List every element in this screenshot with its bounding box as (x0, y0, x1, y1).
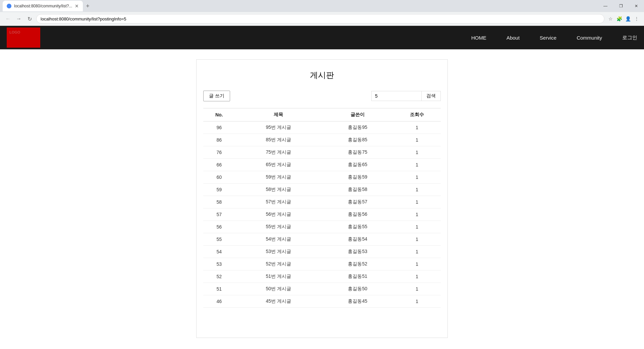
cell-title[interactable]: 56번 게시글 (235, 208, 322, 221)
nav-login[interactable]: 로그인 (622, 35, 637, 41)
nav-service[interactable]: Service (540, 35, 556, 41)
cell-views: 1 (393, 146, 441, 159)
active-tab[interactable]: localhost:8080/community/list?... ✕ (3, 1, 83, 11)
cell-views: 1 (393, 295, 441, 308)
table-row: 5352번 게시글홍길동521 (203, 258, 441, 270)
board-table: No. 제목 글쓴이 조회수 9695번 게시글홍길동9518685번 게시글홍… (203, 108, 441, 308)
cell-no: 66 (203, 159, 235, 171)
cell-no: 55 (203, 233, 235, 246)
col-header-title: 제목 (235, 108, 322, 121)
table-row: 5655번 게시글홍길동551 (203, 221, 441, 233)
nav-community[interactable]: Community (577, 35, 602, 41)
cell-author: 홍길동52 (322, 258, 393, 270)
table-row: 5857번 게시글홍길동571 (203, 196, 441, 208)
tab-title: localhost:8080/community/list?... (14, 4, 72, 8)
table-row: 5251번 게시글홍길동511 (203, 270, 441, 283)
cell-title[interactable]: 58번 게시글 (235, 184, 322, 196)
table-row: 9695번 게시글홍길동951 (203, 121, 441, 134)
cell-no: 59 (203, 184, 235, 196)
cell-no: 57 (203, 208, 235, 221)
cell-title[interactable]: 57번 게시글 (235, 196, 322, 208)
cell-views: 1 (393, 258, 441, 270)
menu-icon[interactable]: ⋮ (633, 15, 640, 22)
url-bar[interactable] (36, 14, 604, 23)
cell-title[interactable]: 59번 게시글 (235, 171, 322, 184)
table-row: 5150번 게시글홍길동501 (203, 283, 441, 295)
cell-title[interactable]: 52번 게시글 (235, 258, 322, 270)
cell-views: 1 (393, 134, 441, 146)
cell-author: 홍길동75 (322, 146, 393, 159)
cell-views: 1 (393, 208, 441, 221)
nav-menu: HOME About Service Community 로그인 (471, 35, 637, 41)
table-row: 8685번 게시글홍길동851 (203, 134, 441, 146)
cell-views: 1 (393, 221, 441, 233)
cell-author: 홍길동55 (322, 221, 393, 233)
cell-author: 홍길동65 (322, 159, 393, 171)
cell-no: 60 (203, 171, 235, 184)
cell-views: 1 (393, 196, 441, 208)
cell-no: 46 (203, 295, 235, 308)
cell-author: 홍길동45 (322, 295, 393, 308)
main-content: 게시판 글 쓰기 검색 No. 제목 글쓴이 조회수 9695번 게시글홍길동9… (0, 49, 644, 348)
search-button[interactable]: 검색 (422, 91, 441, 101)
cell-title[interactable]: 95번 게시글 (235, 121, 322, 134)
cell-views: 1 (393, 283, 441, 295)
col-header-no: No. (203, 108, 235, 121)
new-tab-button[interactable]: + (83, 1, 92, 11)
bookmark-icon[interactable]: ☆ (607, 15, 614, 22)
cell-title[interactable]: 53번 게시글 (235, 246, 322, 258)
cell-author: 홍길동95 (322, 121, 393, 134)
table-row: 7675번 게시글홍길동751 (203, 146, 441, 159)
window-close-button[interactable]: ✕ (629, 0, 644, 12)
search-area: 검색 (371, 91, 441, 101)
window-restore-button[interactable]: ❐ (613, 0, 629, 12)
extension-icon[interactable]: 🧩 (616, 15, 623, 22)
tab-close-button[interactable]: ✕ (75, 3, 79, 9)
cell-title[interactable]: 45번 게시글 (235, 295, 322, 308)
tab-favicon (7, 4, 11, 8)
window-minimize-button[interactable]: — (598, 0, 613, 12)
table-row: 6059번 게시글홍길동591 (203, 171, 441, 184)
cell-title[interactable]: 85번 게시글 (235, 134, 322, 146)
table-row: 5554번 게시글홍길동541 (203, 233, 441, 246)
cell-author: 홍길동56 (322, 208, 393, 221)
logo: LOGO (7, 28, 40, 48)
cell-no: 51 (203, 283, 235, 295)
table-row: 5453번 게시글홍길동531 (203, 246, 441, 258)
reload-button[interactable]: ↻ (25, 15, 34, 23)
cell-title[interactable]: 55번 게시글 (235, 221, 322, 233)
write-button[interactable]: 글 쓰기 (203, 91, 230, 101)
search-input[interactable] (371, 91, 422, 101)
cell-views: 1 (393, 171, 441, 184)
nav-home[interactable]: HOME (471, 35, 486, 41)
col-header-author: 글쓴이 (322, 108, 393, 121)
cell-no: 96 (203, 121, 235, 134)
cell-author: 홍길동54 (322, 233, 393, 246)
cell-no: 58 (203, 196, 235, 208)
cell-title[interactable]: 75번 게시글 (235, 146, 322, 159)
cell-no: 52 (203, 270, 235, 283)
table-row: 6665번 게시글홍길동651 (203, 159, 441, 171)
cell-no: 54 (203, 246, 235, 258)
cell-title[interactable]: 50번 게시글 (235, 283, 322, 295)
cell-title[interactable]: 54번 게시글 (235, 233, 322, 246)
profile-icon[interactable]: 👤 (625, 15, 631, 22)
cell-author: 홍길동53 (322, 246, 393, 258)
cell-title[interactable]: 51번 게시글 (235, 270, 322, 283)
board-toolbar: 글 쓰기 검색 (203, 91, 441, 101)
table-row: 5756번 게시글홍길동561 (203, 208, 441, 221)
board-container: 게시판 글 쓰기 검색 No. 제목 글쓴이 조회수 9695번 게시글홍길동9… (196, 59, 448, 338)
cell-views: 1 (393, 233, 441, 246)
cell-no: 53 (203, 258, 235, 270)
nav-about[interactable]: About (506, 35, 520, 41)
cell-views: 1 (393, 184, 441, 196)
cell-no: 56 (203, 221, 235, 233)
cell-author: 홍길동85 (322, 134, 393, 146)
cell-author: 홍길동59 (322, 171, 393, 184)
cell-views: 1 (393, 246, 441, 258)
cell-views: 1 (393, 159, 441, 171)
back-button[interactable]: ← (4, 15, 12, 23)
forward-button[interactable]: → (15, 15, 23, 23)
cell-author: 홍길동51 (322, 270, 393, 283)
cell-title[interactable]: 65번 게시글 (235, 159, 322, 171)
